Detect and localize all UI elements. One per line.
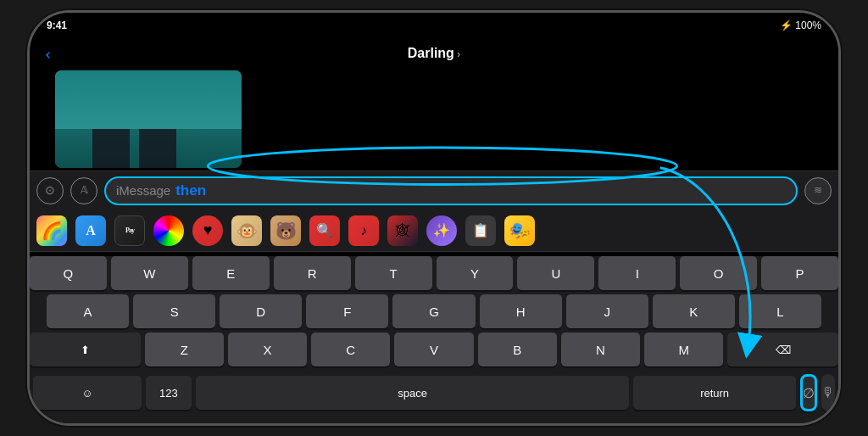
app-icon-clipboard[interactable]: 📋 — [465, 215, 496, 246]
input-row: ⊙ 𝔸 iMessage then ≋ — [30, 170, 838, 210]
keyboard-bottom-row: ☺ 123 space return ∅ 🎙 — [30, 371, 838, 416]
key-g[interactable]: G — [392, 294, 475, 328]
app-icon-memoji[interactable]: 🐻 — [270, 215, 301, 246]
status-bar: 9:41 ⚡ 100% — [30, 13, 838, 38]
emoji-key[interactable]: ☺ — [33, 376, 142, 410]
app-icon-spiderman[interactable]: 🕸 — [387, 215, 418, 246]
key-e[interactable]: E — [192, 256, 270, 290]
video-content — [55, 70, 242, 168]
key-b[interactable]: B — [478, 333, 557, 366]
send-icon: ∅ — [803, 385, 815, 401]
keyboard: Q W E R T Y U I O P A S D F G H J K — [30, 256, 838, 416]
key-r[interactable]: R — [274, 256, 351, 290]
key-c[interactable]: C — [311, 333, 390, 366]
key-y[interactable]: Y — [437, 256, 514, 290]
mic-key[interactable]: 🎙 — [821, 374, 835, 411]
key-k[interactable]: K — [653, 294, 735, 328]
camera-button[interactable]: ⊙ — [36, 177, 64, 204]
camera-icon: ⊙ — [45, 183, 55, 198]
battery: ⚡ 100% — [780, 20, 821, 31]
message-area — [30, 69, 838, 170]
apps-icon: 𝔸 — [81, 184, 88, 197]
key-x[interactable]: X — [228, 333, 307, 366]
app-icon-hearts[interactable]: ♥ — [192, 215, 223, 246]
keyboard-row-3: ⬆ Z X C V B N M ⌫ — [30, 333, 838, 366]
app-icon-monkey[interactable]: 🐵 — [231, 215, 262, 246]
mic-icon: 🎙 — [821, 385, 835, 400]
key-f[interactable]: F — [306, 294, 388, 328]
video-thumbnail — [55, 70, 242, 168]
key-t[interactable]: T — [355, 256, 432, 290]
key-d[interactable]: D — [220, 294, 302, 328]
app-icon-applepay[interactable]: Pay — [114, 215, 145, 246]
voice-button[interactable]: ≋ — [804, 177, 832, 204]
input-text: then — [175, 182, 206, 199]
app-icon-yoyo[interactable]: 🎭 — [504, 215, 535, 246]
app-icon-anime[interactable]: ✨ — [426, 215, 457, 246]
time: 9:41 — [47, 20, 67, 31]
app-strip: 🌈 A Pay ♥ 🐵 🐻 🔍 ♪ — [30, 210, 838, 252]
key-u[interactable]: U — [517, 256, 594, 290]
app-icon-appstore[interactable]: A — [75, 215, 106, 246]
app-icon-websearch[interactable]: 🔍 — [309, 215, 340, 246]
numbers-key[interactable]: 123 — [146, 376, 192, 410]
key-a[interactable]: A — [47, 294, 129, 328]
key-n[interactable]: N — [561, 333, 640, 366]
key-q[interactable]: Q — [30, 256, 107, 290]
phone-screen: 9:41 ⚡ 100% ‹ Darling › — [30, 13, 838, 423]
key-p[interactable]: P — [761, 256, 838, 290]
key-i[interactable]: I — [598, 256, 676, 290]
nav-chevron-icon: › — [457, 48, 460, 60]
back-button[interactable]: ‹ — [45, 42, 51, 64]
key-s[interactable]: S — [133, 294, 215, 328]
key-m[interactable]: M — [644, 333, 723, 366]
key-j[interactable]: J — [566, 294, 648, 328]
waveform-icon: ≋ — [814, 184, 822, 197]
home-indicator — [30, 416, 838, 423]
delete-key[interactable]: ⌫ — [727, 333, 838, 366]
key-o[interactable]: O — [680, 256, 757, 290]
key-h[interactable]: H — [480, 294, 562, 328]
shift-key[interactable]: ⬆ — [30, 333, 141, 366]
key-v[interactable]: V — [394, 333, 473, 366]
app-icon-health[interactable] — [153, 215, 184, 246]
app-icon-music[interactable]: ♪ — [348, 215, 379, 246]
apps-button[interactable]: 𝔸 — [70, 177, 97, 204]
input-placeholder: iMessage — [116, 183, 170, 198]
conversation-name: Darling — [408, 46, 454, 61]
keyboard-row-2: A S D F G H J K L — [30, 294, 838, 328]
keyboard-row-1: Q W E R T Y U I O P — [30, 256, 838, 290]
message-input[interactable]: iMessage then — [104, 176, 798, 205]
nav-title: Darling › — [408, 46, 460, 61]
app-icon-photos[interactable]: 🌈 — [36, 215, 67, 246]
send-key[interactable]: ∅ — [800, 374, 817, 411]
return-key[interactable]: return — [633, 376, 796, 410]
key-w[interactable]: W — [111, 256, 188, 290]
nav-bar: ‹ Darling › — [30, 38, 838, 69]
key-z[interactable]: Z — [145, 333, 224, 366]
space-key[interactable]: space — [196, 376, 629, 410]
key-l[interactable]: L — [739, 294, 821, 328]
phone-frame: 9:41 ⚡ 100% ‹ Darling › — [27, 10, 841, 426]
